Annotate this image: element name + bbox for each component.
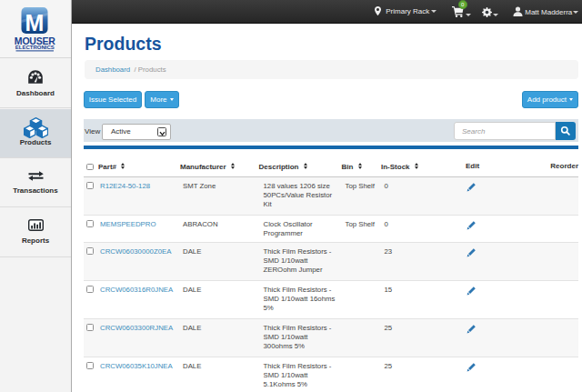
svg-text:M: M [25,10,45,35]
svg-text:ELECTRONICS: ELECTRONICS [15,45,55,50]
